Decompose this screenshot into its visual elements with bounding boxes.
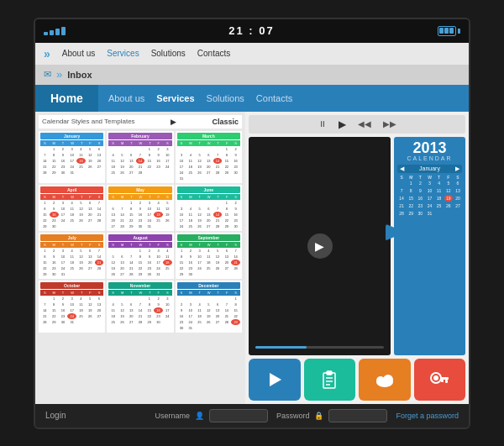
main-nav-services[interactable]: Services	[156, 93, 194, 103]
battery-icon	[438, 26, 460, 36]
main-nav-contacts[interactable]: Contacts	[256, 93, 292, 103]
cal-jan-numbers: 123456 78910111213 14151617181920 212223…	[40, 146, 103, 176]
main-nav-solutions[interactable]: Solutions	[207, 93, 244, 103]
signal-bar-2	[50, 30, 54, 35]
cal-jan-header: January	[40, 133, 103, 139]
battery-seg-3	[449, 28, 454, 34]
cal-dec-header: December	[177, 282, 240, 289]
main-nav-about[interactable]: About us	[108, 93, 144, 103]
home-nav-item[interactable]: Home	[35, 85, 98, 112]
cal-october[interactable]: October SMTWTFS 123456 78910111213 14151…	[39, 281, 105, 333]
email-icon: ✉	[44, 69, 51, 80]
username-field-group: Username 👤	[155, 409, 268, 422]
cloud-tile[interactable]	[359, 359, 411, 401]
video-area: ▶ 2013 CALENDAR ◀ January ▶	[249, 137, 465, 355]
svg-point-8	[383, 375, 393, 385]
media-rewind-btn[interactable]: ◀◀	[358, 119, 371, 129]
time-display: 21 : 07	[228, 24, 274, 37]
svg-marker-0	[270, 373, 281, 386]
cal-widget-prev[interactable]: ◀	[400, 165, 404, 172]
cal-july[interactable]: July SMTWTFS 1234567 891011121314 151617…	[39, 233, 105, 279]
main-nav: Home About us Services Solutions Contact…	[35, 85, 469, 112]
svg-point-10	[433, 375, 438, 380]
battery-tip	[458, 29, 460, 34]
video-play-large[interactable]: ▶	[307, 233, 333, 259]
username-label: Username	[155, 412, 190, 420]
media-forward-btn[interactable]: ▶▶	[383, 119, 396, 129]
cal-jun-numbers: 12 3456789 10111213141516 17181920212223…	[177, 200, 240, 229]
cal-december[interactable]: December SMTWTFS 1 2345678 9101112131415…	[176, 281, 242, 333]
cal-mar-days: SMTWTFS	[177, 140, 240, 146]
cal-aug-header: August	[108, 234, 171, 241]
cal-nov-header: November	[108, 282, 171, 289]
cal-apr-header: April	[40, 186, 103, 193]
calendar-widget: 2013 CALENDAR ◀ January ▶ S M T W T F	[394, 137, 465, 355]
cal-january[interactable]: January SMTWTFS 123456 78910111213 14151…	[39, 131, 105, 183]
user-icon: 👤	[195, 412, 204, 420]
nav-about-us[interactable]: About us	[62, 49, 95, 58]
cal-november[interactable]: November SMTWTFS 123 45678910 1112131415…	[107, 281, 173, 333]
content-area: Calendar Styles and Templates ▶ Classic …	[35, 112, 469, 404]
calendar-style-label: Calendar Styles and Templates	[42, 118, 135, 125]
cal-oct-numbers: 123456 78910111213 14151617181920 212223…	[40, 296, 103, 325]
cal-widget-month-name: January	[419, 165, 440, 171]
cal-aug-days: SMTWTFS	[108, 242, 171, 248]
calendar-header: Calendar Styles and Templates ▶ Classic	[39, 115, 242, 129]
cal-jan-days: SMTWTFS	[40, 140, 103, 146]
cal-feb-numbers: 123 45678910 11121314151617 181920212223…	[108, 146, 171, 176]
password-input[interactable]	[328, 409, 387, 422]
cal-may[interactable]: May SMTWTFS 12345 6789101112 13141516171…	[107, 185, 173, 231]
calendar-grid: January SMTWTFS 123456 78910111213 14151…	[39, 131, 242, 333]
cal-may-header: May	[108, 186, 171, 193]
media-pause-btn[interactable]: ⏸	[318, 119, 327, 129]
key-tile[interactable]	[414, 359, 466, 401]
play-icon: ▶	[171, 118, 176, 126]
cal-jul-days: SMTWTFS	[40, 242, 103, 248]
top-nav-bar: » About us Services Solutions Contacts	[35, 43, 469, 65]
video-progress-fill	[255, 346, 307, 349]
cal-widget-numbers: 1 2 3 4 5 6 7 8 9 10 11 12 13 14	[397, 180, 462, 217]
clipboard-tile[interactable]	[304, 359, 356, 401]
play-tile[interactable]	[249, 359, 301, 401]
signal-bar-1	[44, 32, 48, 35]
cal-widget-next[interactable]: ▶	[455, 165, 459, 172]
cal-sep-header: September	[177, 234, 240, 241]
cal-mar-numbers: 12 3456789 10111213141516 17181920212223…	[177, 146, 240, 181]
cal-april[interactable]: April SMTWTFS 1234567 891011121314 15161…	[39, 185, 105, 231]
cal-march[interactable]: March SMTWTFS 12 3456789 10111213141516 …	[176, 131, 242, 183]
left-panel-calendars: Calendar Styles and Templates ▶ Classic …	[35, 112, 245, 404]
media-play-btn[interactable]: ▶	[339, 118, 346, 130]
lock-icon: 🔒	[314, 412, 323, 420]
cal-oct-days: SMTWTFS	[40, 290, 103, 296]
cal-jul-header: July	[40, 234, 103, 241]
icon-tiles	[249, 359, 465, 401]
nav-services[interactable]: Services	[107, 49, 139, 58]
battery-seg-1	[439, 28, 444, 34]
cal-february[interactable]: February SMTWTFS 123 45678910 1112131415…	[107, 131, 173, 183]
cal-june[interactable]: June SMTWTFS 12 3456789 10111213141516 1…	[176, 185, 242, 231]
media-controls: ⏸ ▶ ◀◀ ▶▶	[249, 115, 465, 134]
svg-rect-13	[441, 380, 444, 382]
video-player[interactable]: ▶	[249, 137, 391, 355]
cal-september[interactable]: September SMTWTFS 1234567 891011121314 1…	[176, 233, 242, 279]
inbox-bar: ✉ » Inbox	[35, 65, 469, 85]
signal-bar-4	[61, 27, 66, 35]
inbox-chevron-icon: »	[56, 68, 62, 81]
main-nav-links: About us Services Solutions Contacts	[98, 93, 302, 103]
signal-bars	[44, 27, 66, 35]
svg-rect-11	[440, 377, 449, 380]
nav-chevron-icon: »	[44, 47, 50, 60]
svg-rect-2	[327, 371, 332, 375]
cal-widget-month-header: ◀ January ▶	[397, 165, 462, 173]
cal-feb-days: SMTWTFS	[108, 140, 171, 146]
cal-jul-numbers: 1234567 891011121314 15161718192021 2223…	[40, 248, 103, 277]
cal-august[interactable]: August SMTWTFS 1234 567891011 1213141516…	[107, 233, 173, 279]
forgot-password-link[interactable]: Forget a password	[396, 412, 459, 420]
cal-oct-header: October	[40, 282, 103, 289]
nav-solutions[interactable]: Solutions	[151, 49, 186, 58]
nav-contacts[interactable]: Contacts	[197, 49, 230, 58]
password-field-group: Password 🔒	[276, 409, 388, 422]
cal-may-numbers: 12345 6789101112 13141516171819 20212223…	[108, 200, 171, 229]
username-input[interactable]	[209, 409, 268, 422]
status-bar: 21 : 07	[35, 19, 469, 43]
